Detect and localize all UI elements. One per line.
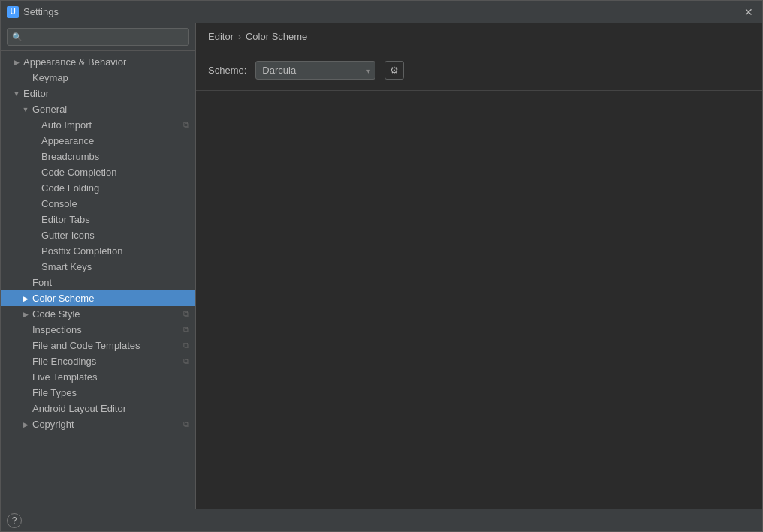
sidebar-item-live-templates[interactable]: Live Templates — [1, 369, 195, 385]
scheme-label: Scheme: — [208, 65, 246, 76]
main-panel: Editor › Color Scheme Scheme: Darcula De… — [196, 23, 762, 509]
search-icon: 🔍 — [12, 32, 23, 42]
app-icon: U — [7, 6, 19, 18]
sidebar-item-code-folding[interactable]: Code Folding — [1, 180, 195, 196]
sidebar-item-appearance[interactable]: Appearance — [1, 133, 195, 149]
sidebar: 🔍 ▶ Appearance & Behavior Keymap ▼ — [1, 23, 196, 509]
main-body — [196, 91, 762, 509]
sidebar-item-label: Android Layout Editor — [32, 403, 126, 414]
sidebar-item-auto-import[interactable]: Auto Import ⧉ — [1, 117, 195, 133]
arrow-icon: ▼ — [22, 106, 29, 113]
sidebar-item-label: Appearance & Behavior — [23, 56, 126, 68]
sidebar-item-android-layout-editor[interactable]: Android Layout Editor — [1, 401, 195, 416]
sidebar-item-appearance-behavior[interactable]: ▶ Appearance & Behavior — [1, 54, 195, 70]
sidebar-item-label: Postfix Completion — [41, 245, 122, 257]
sidebar-item-gutter-icons[interactable]: Gutter Icons — [1, 227, 195, 243]
sidebar-item-editor[interactable]: ▼ Editor — [1, 86, 195, 101]
sidebar-item-general[interactable]: ▼ General — [1, 101, 195, 117]
sidebar-item-color-scheme[interactable]: ▶ Color Scheme — [1, 290, 195, 306]
sidebar-item-label: Live Templates — [32, 371, 97, 383]
close-button[interactable]: ✕ — [741, 5, 756, 20]
sidebar-item-label: Font — [32, 277, 52, 288]
search-wrapper: 🔍 — [7, 28, 189, 46]
sidebar-item-breadcrumbs[interactable]: Breadcrumbs — [1, 149, 195, 164]
sidebar-item-label: Inspections — [32, 324, 82, 335]
sidebar-item-editor-tabs[interactable]: Editor Tabs — [1, 212, 195, 227]
sidebar-item-label: Console — [41, 198, 77, 209]
settings-tree: ▶ Appearance & Behavior Keymap ▼ Editor … — [1, 51, 195, 509]
sidebar-item-smart-keys[interactable]: Smart Keys — [1, 259, 195, 275]
search-box: 🔍 — [1, 23, 195, 51]
sidebar-item-label: Code Folding — [41, 182, 99, 194]
sidebar-item-label: Code Completion — [41, 167, 116, 178]
copy-icon: ⧉ — [183, 356, 189, 366]
sidebar-item-label: General — [32, 104, 67, 115]
bottom-bar: ? — [1, 509, 762, 531]
arrow-icon: ▶ — [22, 311, 29, 318]
sidebar-item-label: Appearance — [41, 135, 94, 146]
sidebar-item-label: Auto Import — [41, 119, 92, 131]
main-content: 🔍 ▶ Appearance & Behavior Keymap ▼ — [1, 23, 762, 509]
sidebar-item-inspections[interactable]: Inspections ⧉ — [1, 322, 195, 338]
sidebar-item-label: Color Scheme — [32, 293, 94, 304]
sidebar-item-label: Code Style — [32, 308, 80, 320]
sidebar-item-label: Gutter Icons — [41, 230, 95, 241]
arrow-icon: ▶ — [22, 295, 29, 302]
breadcrumb: Editor › Color Scheme — [196, 23, 762, 50]
sidebar-item-label: Keymap — [32, 72, 68, 83]
copy-icon: ⧉ — [183, 419, 189, 429]
sidebar-item-label: Breadcrumbs — [41, 151, 99, 162]
scheme-select-wrapper: Darcula Default High Contrast ▾ — [255, 61, 375, 80]
sidebar-item-console[interactable]: Console — [1, 196, 195, 212]
copy-icon: ⧉ — [183, 309, 189, 319]
breadcrumb-separator: › — [238, 32, 241, 42]
gear-button[interactable]: ⚙ — [385, 61, 404, 80]
arrow-icon: ▶ — [13, 59, 20, 66]
settings-window: U Settings ✕ 🔍 ▶ Appearance & Behavior — [0, 0, 763, 532]
sidebar-item-label: Smart Keys — [41, 261, 92, 272]
sidebar-item-label: File Encodings — [32, 356, 96, 367]
copy-icon: ⧉ — [183, 120, 189, 130]
sidebar-item-postfix-completion[interactable]: Postfix Completion — [1, 243, 195, 259]
sidebar-item-label: Editor — [23, 88, 49, 99]
sidebar-item-label: File Types — [32, 387, 77, 398]
sidebar-item-font[interactable]: Font — [1, 275, 195, 290]
scheme-select[interactable]: Darcula Default High Contrast — [255, 61, 375, 80]
breadcrumb-part-1: Editor — [208, 31, 234, 42]
breadcrumb-part-2: Color Scheme — [246, 31, 307, 42]
help-button[interactable]: ? — [7, 513, 22, 528]
sidebar-item-file-encodings[interactable]: File Encodings ⧉ — [1, 353, 195, 369]
sidebar-item-code-style[interactable]: ▶ Code Style ⧉ — [1, 306, 195, 322]
sidebar-item-file-types[interactable]: File Types — [1, 385, 195, 401]
sidebar-item-file-code-templates[interactable]: File and Code Templates ⧉ — [1, 338, 195, 353]
arrow-icon: ▼ — [13, 90, 20, 98]
search-input[interactable] — [7, 28, 189, 46]
copy-icon: ⧉ — [183, 341, 189, 350]
sidebar-item-label: Copyright — [32, 419, 74, 430]
arrow-icon: ▶ — [22, 421, 29, 428]
copy-icon: ⧉ — [183, 325, 189, 335]
window-title: Settings — [23, 6, 59, 17]
sidebar-item-keymap[interactable]: Keymap — [1, 70, 195, 86]
title-bar-left: U Settings — [7, 6, 59, 18]
sidebar-item-code-completion[interactable]: Code Completion — [1, 164, 195, 180]
scheme-row: Scheme: Darcula Default High Contrast ▾ … — [196, 50, 762, 91]
sidebar-item-label: File and Code Templates — [32, 340, 140, 351]
title-bar: U Settings ✕ — [1, 1, 762, 23]
sidebar-item-copyright[interactable]: ▶ Copyright ⧉ — [1, 416, 195, 432]
sidebar-item-label: Editor Tabs — [41, 214, 90, 225]
